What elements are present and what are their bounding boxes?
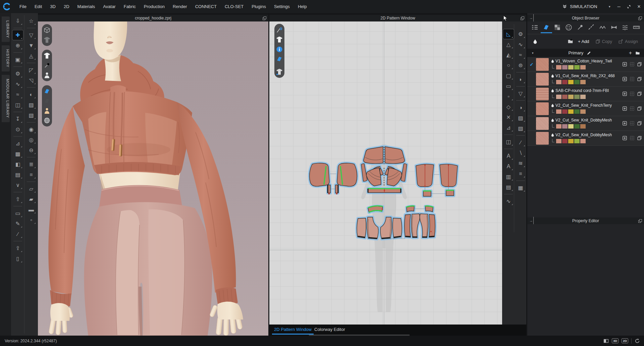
color-swatch[interactable]: [568, 95, 574, 99]
placement-plane-tool[interactable]: ▰: [26, 194, 37, 204]
menu-item[interactable]: CONNECT: [191, 0, 221, 13]
duplicate-icon[interactable]: [637, 91, 642, 96]
color-swatch[interactable]: [562, 95, 568, 99]
float-window-icon[interactable]: [521, 16, 525, 20]
toggle-2d-view[interactable]: 2D: [622, 338, 628, 343]
pattern-info-icon[interactable]: [276, 46, 283, 53]
color-swatch[interactable]: [556, 124, 561, 129]
color-swatch[interactable]: [580, 65, 586, 69]
uv-export-tool[interactable]: ⇪: [12, 243, 23, 253]
buttonhole-tab-icon[interactable]: [577, 24, 584, 31]
color-swatch[interactable]: [562, 124, 568, 129]
fold-arrangement-tool[interactable]: ⊿: [12, 139, 23, 148]
fabric-tab-icon[interactable]: [543, 24, 550, 31]
notch-tool[interactable]: ✕: [503, 112, 514, 122]
placement-strip-tool[interactable]: ▫: [26, 215, 37, 225]
pleat-fold-tool[interactable]: ∿: [503, 196, 514, 206]
add-variant-icon[interactable]: [622, 136, 627, 141]
color-swatch[interactable]: [580, 95, 586, 99]
grainline-tool[interactable]: ◫: [503, 137, 514, 147]
edit-texture-tool[interactable]: ◑: [515, 103, 526, 112]
measure-ruler-tool[interactable]: ▥: [503, 172, 514, 182]
color-swatch[interactable]: [574, 95, 580, 99]
show-avatar-icon[interactable]: [44, 72, 50, 79]
color-swatch[interactable]: [568, 65, 574, 69]
scale-pattern-tool[interactable]: ⇧: [12, 194, 23, 204]
grading-tool[interactable]: ▦: [515, 183, 526, 193]
material-row[interactable]: ✓ V2_Cut_Sew_Knit_DobbyMesh: [527, 116, 644, 131]
add-folder-icon[interactable]: [568, 39, 573, 44]
fabric-thumbnail[interactable]: [536, 58, 549, 71]
arrange-curve-tool[interactable]: ◹: [26, 76, 37, 85]
color-swatch[interactable]: [562, 65, 568, 69]
add-variant-icon[interactable]: [622, 77, 627, 82]
segment-sewing-tool-2d[interactable]: ⚙: [515, 29, 526, 39]
float-window-icon[interactable]: [638, 16, 642, 20]
flatten-tool[interactable]: ▯: [12, 254, 23, 263]
edit-zipper-tool[interactable]: ≡: [26, 170, 37, 180]
show-garment-fit-tool[interactable]: ▽: [515, 89, 526, 98]
dock-tab[interactable]: MODULAR LIBRARY: [2, 75, 10, 122]
edit-curvature-tool[interactable]: ◭: [503, 50, 514, 60]
bind-strap-tool[interactable]: ▤: [12, 170, 23, 180]
buttonhole-tool[interactable]: ◎: [26, 135, 37, 145]
material-row[interactable]: ✓ V1_Woven_Cotton_Heavy_Twil: [527, 57, 644, 72]
color-swatch[interactable]: [556, 109, 561, 114]
fabric-thumbnail[interactable]: [536, 117, 549, 130]
fabric-thumbnail[interactable]: [536, 73, 549, 86]
menu-item[interactable]: CLO-SET: [221, 0, 248, 13]
color-swatch[interactable]: [580, 139, 586, 143]
fabric-front-icon[interactable]: [44, 88, 50, 95]
material-row[interactable]: ✓ V1_Cut_Sew_Knit_Rib_2X2_468: [527, 72, 644, 87]
arrange-bounding-tool[interactable]: ◸: [26, 65, 37, 75]
menu-item[interactable]: Render: [169, 0, 191, 13]
pattern-grid-icon[interactable]: [630, 136, 635, 141]
button-tool[interactable]: ◉: [26, 125, 37, 134]
color-swatch[interactable]: [580, 109, 586, 114]
dock-arrow-icon[interactable]: →: [529, 218, 534, 223]
minimize-button[interactable]: ─: [614, 0, 624, 13]
angle-ruler-tool[interactable]: ∕: [12, 229, 23, 239]
split-view-icon[interactable]: [603, 338, 609, 344]
duplicate-icon[interactable]: [637, 106, 642, 111]
add-variant-icon[interactable]: [622, 121, 627, 126]
fur-tab-icon[interactable]: [622, 24, 629, 31]
dock-tab[interactable]: LIBRARY: [2, 16, 10, 42]
pattern-grid-icon[interactable]: [630, 62, 635, 67]
avatar-pose-tool[interactable]: ☆: [26, 16, 37, 26]
edit-curve-point-tool[interactable]: ○: [503, 60, 514, 70]
viewport-3d[interactable]: SOTHERRA: [38, 21, 268, 336]
show-3d-garment-icon[interactable]: [44, 37, 50, 43]
measure-tape-tool[interactable]: ▤: [503, 182, 514, 192]
fabric-back-icon[interactable]: [44, 98, 50, 104]
material-row[interactable]: ✓ SAB-CP-round cord-7mm-FBI: [527, 87, 644, 101]
fasten-button-tool[interactable]: ⊖: [26, 145, 37, 155]
duplicate-icon[interactable]: [637, 121, 642, 126]
puckering-tab-icon[interactable]: [599, 24, 606, 31]
color-swatch[interactable]: [568, 124, 574, 129]
scene-list-tab-icon[interactable]: [531, 24, 538, 31]
pin-3d-tool[interactable]: ⊙: [12, 125, 23, 134]
color-swatch[interactable]: [556, 80, 561, 84]
colorway-droplet-icon[interactable]: [533, 39, 538, 44]
stitch-edit-icon[interactable]: [276, 27, 283, 33]
pattern-grid-icon[interactable]: [630, 77, 635, 82]
graphic-tab-icon[interactable]: [554, 24, 561, 31]
annotation-text-tool[interactable]: A: [503, 151, 514, 161]
detect-sewing-tool[interactable]: ⊚: [515, 60, 526, 70]
color-swatch[interactable]: [574, 124, 580, 129]
lock-pattern-icon[interactable]: [276, 68, 283, 75]
menu-item[interactable]: Help: [294, 0, 311, 13]
tab-colorway-editor[interactable]: Colorway Editor: [312, 325, 347, 335]
toggle-3d-view[interactable]: 3D: [612, 338, 619, 343]
duplicate-icon[interactable]: [637, 136, 642, 141]
apply-texture-tool[interactable]: ▨: [515, 113, 526, 123]
tab-2d-pattern-window[interactable]: 2D Pattern Window: [272, 325, 314, 335]
color-swatch[interactable]: [574, 139, 580, 143]
color-swatch[interactable]: [556, 65, 561, 69]
duplicate-icon[interactable]: [637, 77, 642, 82]
menu-item[interactable]: Materials: [73, 0, 99, 13]
material-row[interactable]: ✓ V2_Cut_Sew_Knit_DobbyMesh: [527, 131, 644, 146]
color-swatch[interactable]: [574, 65, 580, 69]
float-window-icon[interactable]: [263, 16, 267, 20]
